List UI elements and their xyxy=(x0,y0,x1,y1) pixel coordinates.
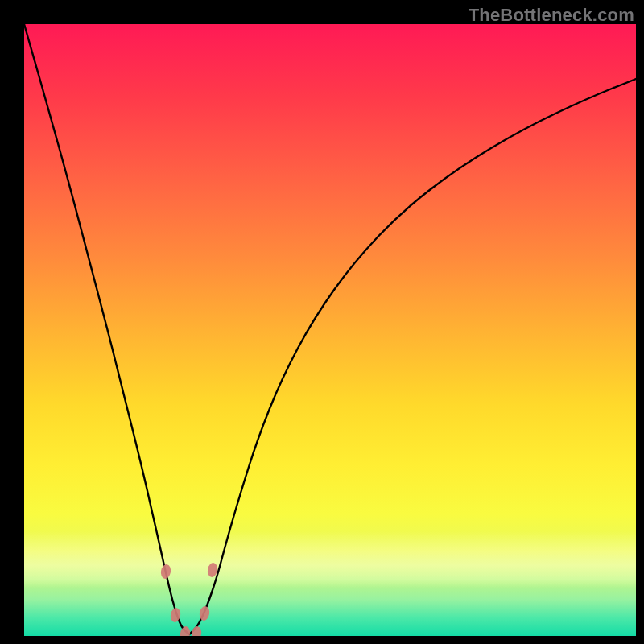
curve-layer xyxy=(24,24,636,636)
curve-marker xyxy=(180,625,192,636)
curve-marker xyxy=(191,625,203,636)
curve-marker xyxy=(170,607,182,623)
curve-marker xyxy=(199,605,211,621)
curve-right-branch xyxy=(189,79,636,634)
curve-markers xyxy=(160,562,219,636)
highlight-band xyxy=(24,531,636,588)
curve-marker xyxy=(160,564,172,580)
curve-marker xyxy=(207,562,219,578)
plot-area xyxy=(24,24,636,636)
watermark-text: TheBottleneck.com xyxy=(469,5,634,26)
chart-stage: TheBottleneck.com xyxy=(0,0,644,644)
curve-left-branch xyxy=(24,24,189,634)
